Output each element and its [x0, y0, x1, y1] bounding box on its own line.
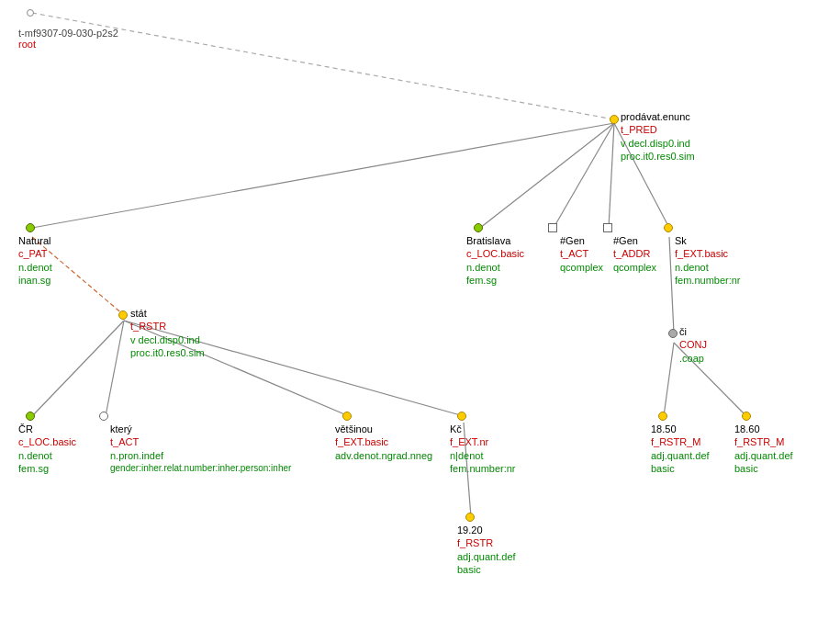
- dot-Gen1: [548, 223, 557, 232]
- svg-line-7: [32, 321, 124, 416]
- node-většinou: většinou f_EXT.basic adv.denot.ngrad.nne…: [335, 423, 432, 462]
- dot-Kč: [457, 412, 466, 421]
- node-Gen1: #Gen t_ACT qcomplex: [560, 234, 603, 274]
- dot-Bratislava: [474, 223, 483, 232]
- dot-většinou: [342, 412, 352, 421]
- dot-18_60: [742, 412, 751, 421]
- node-prodávat: prodávat.enunc t_PRED v decl.disp0.ind p…: [621, 110, 695, 163]
- node-který: který t_ACT n.pron.indef gender:inher.re…: [110, 423, 291, 474]
- svg-line-2: [480, 123, 614, 228]
- svg-line-4: [609, 123, 614, 228]
- svg-line-11: [669, 237, 674, 333]
- svg-line-0: [32, 13, 614, 119]
- root-dot: [27, 9, 34, 17]
- tree-title: t-mf9307-09-030-p2s2: [18, 28, 118, 39]
- dot-či: [668, 329, 678, 338]
- node-stát: stát t_RSTR v decl.disp0.ind proc.it0.re…: [130, 307, 205, 359]
- dot-ČR: [26, 412, 35, 421]
- svg-line-12: [664, 343, 674, 416]
- node-18_50: 18.50 f_RSTR_M adj.quant.def basic: [651, 423, 710, 475]
- dot-který: [99, 412, 108, 421]
- dot-Natural: [26, 223, 35, 232]
- node-ČR: ČR c_LOC.basic n.denot fem.sg: [18, 423, 76, 475]
- node-18_60: 18.60 f_RSTR_M adj.quant.def basic: [734, 423, 793, 475]
- dot-stát: [118, 310, 128, 320]
- dot-19_20: [465, 513, 475, 522]
- root-text: root: [18, 39, 36, 50]
- node-Bratislava: Bratislava c_LOC.basic n.denot fem.sg: [466, 234, 524, 287]
- dot-Gen2: [603, 223, 612, 232]
- node-Gen2: #Gen t_ADDR qcomplex: [613, 234, 656, 274]
- svg-line-8: [106, 321, 124, 416]
- root-label: t-mf9307-09-030-p2s2 root: [18, 28, 118, 50]
- svg-line-1: [32, 123, 614, 228]
- dot-Sk: [664, 223, 673, 232]
- dot-prodávat: [610, 115, 619, 124]
- node-Natural: Natural c_PAT n.denot inan.sg: [18, 234, 52, 287]
- dot-18_50: [658, 412, 667, 421]
- node-Kč: Kč f_EXT.nr n|denot fem.number:nr: [450, 423, 516, 475]
- node-či: či CONJ .coap: [679, 325, 707, 365]
- node-19_20: 19.20 f_RSTR adj.quant.def basic: [457, 524, 516, 576]
- node-Sk: Sk f_EXT.basic n.denot fem.number:nr: [675, 234, 741, 287]
- svg-line-3: [554, 123, 614, 228]
